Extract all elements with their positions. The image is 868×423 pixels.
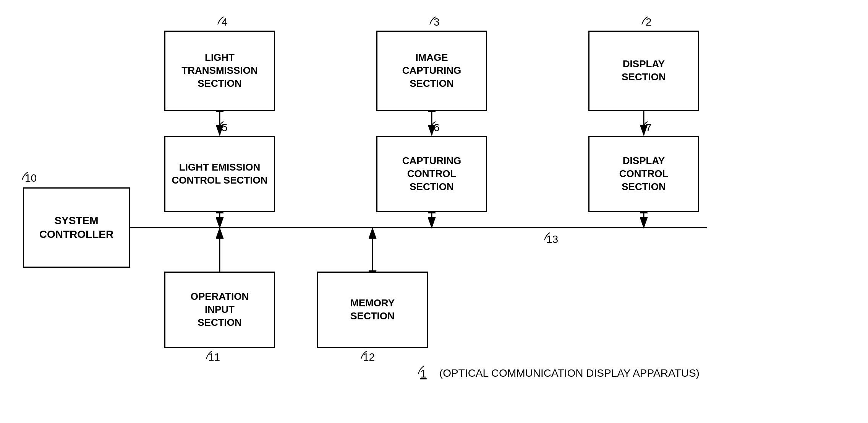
tick-1: [418, 366, 430, 377]
capturing-control-block: CAPTURINGCONTROLSECTION: [376, 136, 487, 212]
operation-input-label: OPERATIONINPUTSECTION: [191, 290, 249, 329]
image-capturing-label: IMAGECAPTURINGSECTION: [402, 51, 462, 90]
light-transmission-label: LIGHT TRANSMISSION SECTION: [165, 51, 274, 90]
capturing-control-label: CAPTURINGCONTROLSECTION: [402, 155, 462, 193]
light-emission-block: LIGHT EMISSIONCONTROL SECTION: [164, 136, 275, 212]
tick-10: [22, 172, 34, 184]
tick-7: [642, 122, 653, 133]
tick-6: [430, 122, 441, 133]
tick-13: [544, 233, 556, 244]
tick-2: [642, 17, 653, 28]
diagram: LIGHT TRANSMISSION SECTION 4 IMAGECAPTUR…: [0, 0, 868, 423]
display-section-block: DISPLAYSECTION: [588, 31, 699, 111]
tick-3: [430, 17, 441, 28]
display-control-label: DISPLAYCONTROLSECTION: [619, 155, 669, 193]
display-section-label: DISPLAYSECTION: [622, 58, 666, 84]
tick-12: [361, 351, 372, 363]
light-transmission-block: LIGHT TRANSMISSION SECTION: [164, 31, 275, 111]
operation-input-block: OPERATIONINPUTSECTION: [164, 272, 275, 348]
system-controller-label: SYSTEMCONTROLLER: [39, 214, 113, 242]
tick-4: [218, 17, 229, 28]
tick-11: [206, 351, 218, 363]
memory-section-label: MEMORYSECTION: [350, 297, 395, 323]
light-emission-label: LIGHT EMISSIONCONTROL SECTION: [172, 161, 268, 187]
tick-5: [218, 122, 229, 133]
memory-section-block: MEMORYSECTION: [317, 272, 428, 348]
image-capturing-block: IMAGECAPTURINGSECTION: [376, 31, 487, 111]
system-controller-block: SYSTEMCONTROLLER: [23, 187, 130, 268]
apparatus-text: (OPTICAL COMMUNICATION DISPLAY APPARATUS…: [439, 367, 700, 379]
display-control-block: DISPLAYCONTROLSECTION: [588, 136, 699, 212]
